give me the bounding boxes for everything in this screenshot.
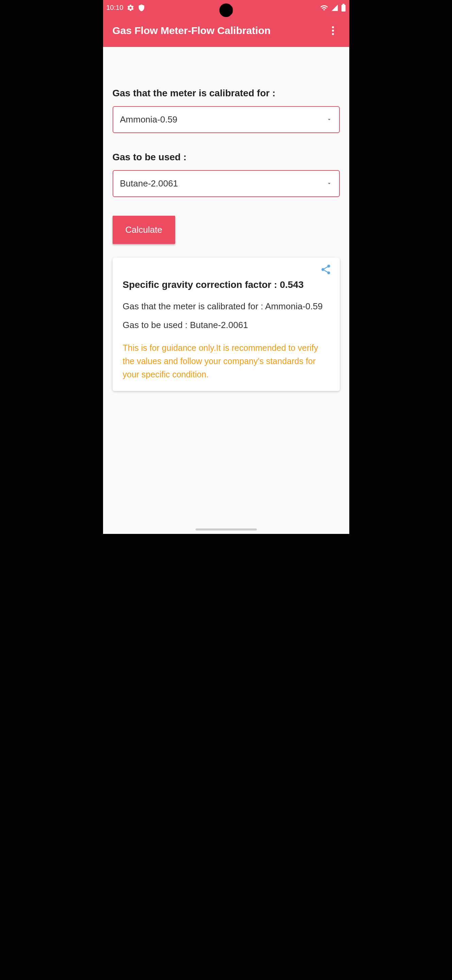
used-gas-value: Butane-2.0061: [120, 178, 178, 189]
signal-icon: [331, 4, 338, 11]
result-card: Specific gravity correction factor : 0.5…: [113, 258, 340, 391]
chevron-down-icon: [326, 115, 332, 125]
status-right: [320, 4, 346, 12]
page-title: Gas Flow Meter-Flow Calibration: [113, 25, 271, 37]
result-calibrated-line: Gas that the meter is calibrated for : A…: [123, 300, 330, 313]
calculate-button[interactable]: Calculate: [113, 216, 175, 244]
used-gas-label: Gas to be used :: [113, 152, 340, 163]
nav-handle[interactable]: [195, 528, 257, 530]
chevron-down-icon: [326, 178, 332, 189]
status-time: 10:10: [106, 4, 124, 11]
used-gas-select[interactable]: Butane-2.0061: [113, 170, 340, 197]
share-icon[interactable]: [320, 264, 331, 277]
calibrated-gas-label: Gas that the meter is calibrated for :: [113, 88, 340, 99]
shield-icon: [138, 4, 145, 11]
wifi-icon: [320, 4, 328, 12]
calibrated-gas-value: Ammonia-0.59: [120, 115, 178, 125]
status-left: 10:10: [106, 4, 145, 11]
phone-screen: 10:10 Gas Flow Meter-Flow Calibration: [103, 0, 349, 534]
camera-notch: [219, 3, 233, 17]
overflow-menu-button[interactable]: [326, 24, 340, 37]
calibrated-gas-select[interactable]: Ammonia-0.59: [113, 106, 340, 133]
svg-rect-1: [343, 4, 344, 5]
correction-factor-line: Specific gravity correction factor : 0.5…: [123, 279, 330, 290]
result-used-line: Gas to be used : Butane-2.0061: [123, 318, 330, 332]
guidance-text: This is for guidance only.It is recommen…: [123, 341, 330, 381]
battery-icon: [341, 4, 346, 12]
app-bar: Gas Flow Meter-Flow Calibration: [103, 15, 349, 47]
gear-icon: [127, 4, 134, 11]
content-area: Gas that the meter is calibrated for : A…: [103, 47, 349, 401]
svg-rect-0: [341, 5, 346, 11]
